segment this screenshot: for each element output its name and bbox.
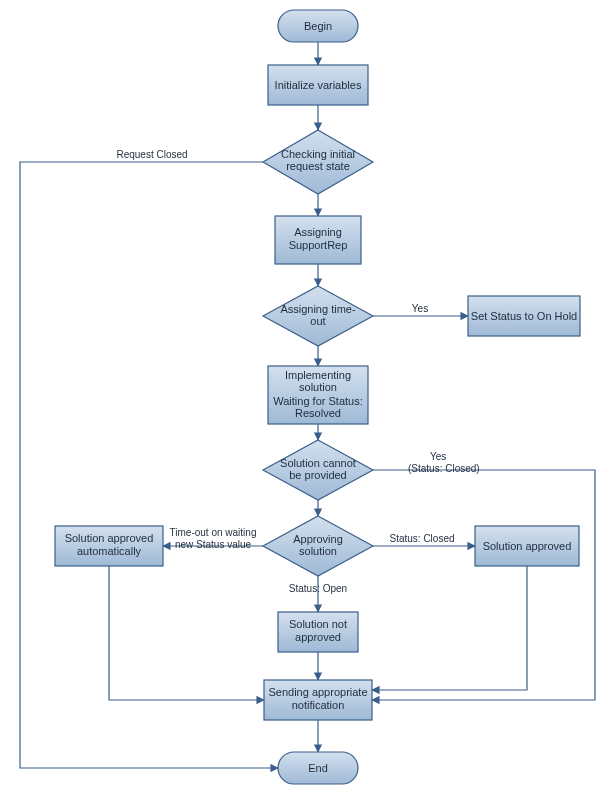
check-l2: request state xyxy=(286,160,350,172)
not-approved-box: Solution not approved xyxy=(278,612,358,652)
cannot-l2: be provided xyxy=(289,469,347,481)
notify-box: Sending appropriate notification xyxy=(264,680,372,720)
check-initial-state-decision: Checking initial request state xyxy=(263,130,373,194)
label-yes1: Yes xyxy=(412,303,428,314)
impl-l1: Implementing xyxy=(285,369,351,381)
label-request-closed: Request Closed xyxy=(116,149,187,160)
timeout-l1: Assigning time- xyxy=(280,303,356,315)
init-label: Initialize variables xyxy=(275,79,362,91)
label-timeoutwait2: new Status value xyxy=(175,539,252,550)
approved-box: Solution approved xyxy=(475,526,579,566)
label-yes2a: Yes xyxy=(430,451,446,462)
edge-approved-notify xyxy=(372,566,527,690)
notify-l2: notification xyxy=(292,699,345,711)
label-timeoutwait1: Time-out on waiting xyxy=(170,527,257,538)
assign-timeout-decision: Assigning time- out xyxy=(263,286,373,346)
approve-l1: Approving xyxy=(293,533,343,545)
cannot-l1: Solution cannot xyxy=(280,457,356,469)
auto-approved-box: Solution approved automatically xyxy=(55,526,163,566)
label-status-closed: Status: Closed xyxy=(389,533,454,544)
set-onhold-box: Set Status to On Hold xyxy=(468,296,580,336)
init-variables-box: Initialize variables xyxy=(268,65,368,105)
check-l1: Checking initial xyxy=(281,148,355,160)
assign-supportrep-box: Assigning SupportRep xyxy=(275,216,361,264)
assignrep-l1: Assigning xyxy=(294,226,342,238)
approving-decision: Approving solution xyxy=(263,516,373,576)
impl-l2: solution xyxy=(299,381,337,393)
edge-auto-notify xyxy=(109,566,264,700)
timeout-l2: out xyxy=(310,315,325,327)
edge-check-end xyxy=(20,162,278,768)
approve-l2: solution xyxy=(299,545,337,557)
notapp-l1: Solution not xyxy=(289,618,347,630)
assignrep-l2: SupportRep xyxy=(289,239,348,251)
end-label: End xyxy=(308,762,328,774)
begin-terminator: Begin xyxy=(278,10,358,42)
approved-label: Solution approved xyxy=(483,540,572,552)
auto-l1: Solution approved xyxy=(65,532,154,544)
impl-l3: Waiting for Status: xyxy=(273,395,362,407)
implementing-box: Implementing solution Waiting for Status… xyxy=(268,366,368,424)
onhold-label: Set Status to On Hold xyxy=(471,310,577,322)
edge-cannot-notify xyxy=(372,470,595,700)
notapp-l2: approved xyxy=(295,631,341,643)
notify-l1: Sending appropriate xyxy=(268,686,367,698)
begin-label: Begin xyxy=(304,20,332,32)
cannot-provide-decision: Solution cannot be provided xyxy=(263,440,373,500)
auto-l2: automatically xyxy=(77,545,142,557)
impl-l4: Resolved xyxy=(295,407,341,419)
label-yes2b: (Status: Closed) xyxy=(408,463,480,474)
label-status-open: Status: Open xyxy=(289,583,347,594)
end-terminator: End xyxy=(278,752,358,784)
